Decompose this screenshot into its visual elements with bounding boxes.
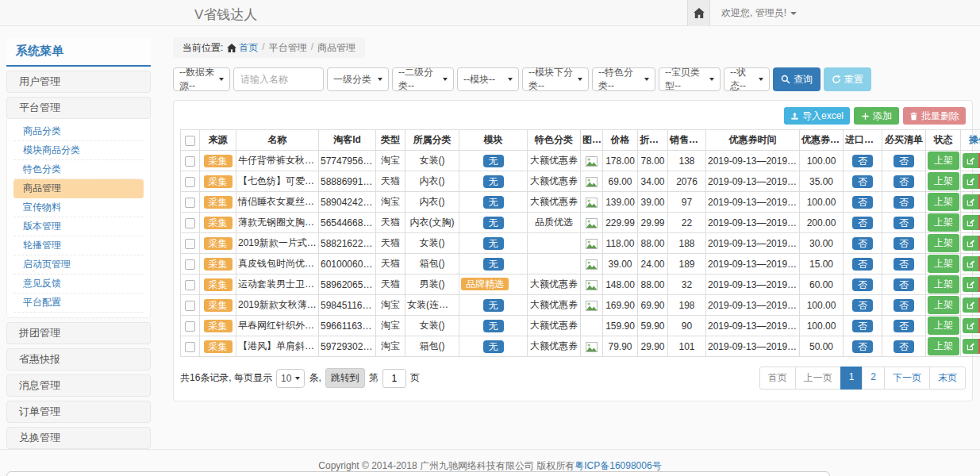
sidebar-item-5[interactable]: 订单管理 bbox=[6, 401, 151, 423]
status-button[interactable]: 上架 bbox=[928, 317, 959, 335]
page-link-3[interactable]: 2 bbox=[862, 367, 885, 390]
must-buy-badge[interactable]: 否 bbox=[894, 299, 914, 312]
name-search-input[interactable] bbox=[233, 67, 324, 91]
jump-to-button[interactable]: 跳转到 bbox=[325, 368, 365, 388]
sidebar-subitem-4[interactable]: 宣传物料 bbox=[13, 198, 144, 217]
filter-select-1[interactable]: 一级分类 bbox=[327, 67, 389, 91]
must-buy-badge[interactable]: 否 bbox=[894, 217, 914, 229]
edit-button[interactable] bbox=[963, 318, 978, 333]
row-checkbox[interactable] bbox=[185, 156, 195, 167]
filter-select-3[interactable]: --模块-- bbox=[457, 67, 519, 91]
status-button[interactable]: 上架 bbox=[928, 172, 959, 190]
product-name: 真皮钱包时尚优雅女士... bbox=[236, 254, 319, 274]
sidebar-item-3[interactable]: 省惠快报 bbox=[6, 348, 151, 370]
select-all-checkbox[interactable] bbox=[185, 136, 195, 146]
filter-select-2[interactable]: --二级分类-- bbox=[392, 67, 454, 91]
row-checkbox[interactable] bbox=[185, 321, 195, 332]
must-buy-badge[interactable]: 否 bbox=[894, 320, 914, 332]
search-button[interactable]: 查询 bbox=[773, 67, 821, 91]
filter-select-4[interactable]: --模块下分类-- bbox=[522, 67, 589, 91]
edit-button[interactable] bbox=[963, 339, 978, 354]
import-select-badge[interactable]: 否 bbox=[852, 237, 873, 250]
status-button[interactable]: 上架 bbox=[928, 296, 959, 314]
row-checkbox[interactable] bbox=[185, 342, 195, 352]
edit-button[interactable] bbox=[963, 298, 978, 313]
sidebar-subitem-2[interactable]: 特色分类 bbox=[13, 160, 144, 179]
must-buy-badge[interactable]: 否 bbox=[894, 278, 914, 291]
must-buy-badge[interactable]: 否 bbox=[894, 258, 914, 271]
row-checkbox[interactable] bbox=[185, 177, 195, 187]
import-select-badge[interactable]: 否 bbox=[852, 278, 873, 291]
row-checkbox[interactable] bbox=[185, 198, 195, 208]
import-select-badge[interactable]: 否 bbox=[852, 299, 873, 312]
feature-category: 大额优惠券 bbox=[528, 274, 581, 295]
import-select-badge[interactable]: 否 bbox=[852, 155, 873, 167]
add-button[interactable]: 添加 bbox=[854, 107, 899, 125]
edit-button[interactable] bbox=[963, 256, 978, 271]
must-buy-badge[interactable]: 否 bbox=[894, 175, 914, 188]
home-button[interactable] bbox=[687, 0, 710, 26]
sidebar-item-6[interactable]: 兑换管理 bbox=[6, 427, 151, 449]
filter-select-6[interactable]: --宝贝类型-- bbox=[659, 67, 721, 91]
page-link-2[interactable]: 1 bbox=[840, 367, 863, 390]
horizontal-scrollbar[interactable] bbox=[6, 471, 830, 476]
sidebar-item-2[interactable]: 拼团管理 bbox=[6, 322, 151, 344]
sidebar-subitem-0[interactable]: 商品分类 bbox=[13, 122, 144, 141]
breadcrumb-home-link[interactable]: 首页 bbox=[227, 41, 258, 55]
page-link-1[interactable]: 上一页 bbox=[795, 367, 841, 390]
sidebar-subitem-6[interactable]: 轮播管理 bbox=[13, 236, 144, 255]
status-button[interactable]: 上架 bbox=[928, 193, 959, 211]
page-number-input[interactable] bbox=[382, 369, 406, 388]
import-excel-button[interactable]: 导入excel bbox=[784, 107, 850, 125]
filter-select-7[interactable]: --状态-- bbox=[724, 67, 770, 91]
status-button[interactable]: 上架 bbox=[928, 213, 959, 232]
column-header-15: 状态 bbox=[926, 130, 961, 151]
import-select-badge[interactable]: 否 bbox=[852, 217, 873, 229]
row-checkbox[interactable] bbox=[185, 239, 195, 249]
import-select-badge[interactable]: 否 bbox=[852, 258, 873, 271]
sidebar-subitem-9[interactable]: 平台配置 bbox=[13, 294, 144, 313]
batch-delete-button[interactable]: 批量删除 bbox=[903, 107, 966, 125]
row-checkbox[interactable] bbox=[185, 301, 195, 311]
must-buy-badge[interactable]: 否 bbox=[894, 155, 914, 167]
edit-button[interactable] bbox=[963, 153, 978, 168]
page-link-5[interactable]: 末页 bbox=[929, 367, 966, 390]
page-link-4[interactable]: 下一页 bbox=[884, 367, 930, 390]
sidebar-item-1[interactable]: 平台管理 bbox=[6, 97, 151, 119]
sidebar-subitem-5[interactable]: 版本管理 bbox=[13, 217, 144, 236]
status-button[interactable]: 上架 bbox=[928, 337, 959, 355]
must-buy-badge[interactable]: 否 bbox=[894, 237, 914, 250]
edit-button[interactable] bbox=[963, 236, 978, 251]
row-checkbox[interactable] bbox=[185, 259, 195, 270]
filter-select-0[interactable]: --数据来源-- bbox=[173, 67, 230, 91]
reset-button[interactable]: 重置 bbox=[824, 67, 871, 91]
icp-link[interactable]: 粤ICP备16098006号 bbox=[575, 460, 661, 471]
sidebar-subitem-3[interactable]: 商品管理 bbox=[13, 179, 144, 198]
status-button[interactable]: 上架 bbox=[928, 234, 959, 252]
filter-select-5[interactable]: --特色分类-- bbox=[592, 67, 655, 91]
edit-button[interactable] bbox=[963, 194, 978, 209]
row-checkbox[interactable] bbox=[185, 280, 195, 290]
sidebar-subitem-8[interactable]: 意见反馈 bbox=[13, 274, 144, 294]
import-select-badge[interactable]: 否 bbox=[852, 320, 873, 332]
page-link-0[interactable]: 首页 bbox=[759, 367, 796, 390]
sidebar-subitem-1[interactable]: 模块商品分类 bbox=[13, 141, 144, 160]
sidebar-item-0[interactable]: 用户管理 bbox=[6, 71, 151, 93]
import-select-badge[interactable]: 否 bbox=[852, 196, 873, 209]
must-buy-badge[interactable]: 否 bbox=[894, 340, 914, 353]
import-select-badge[interactable]: 否 bbox=[852, 340, 873, 353]
edit-button[interactable] bbox=[963, 277, 978, 292]
edit-button[interactable] bbox=[963, 174, 978, 189]
module-badge: 无 bbox=[483, 175, 504, 188]
per-page-select[interactable]: 10 bbox=[276, 369, 305, 388]
status-button[interactable]: 上架 bbox=[928, 152, 959, 170]
user-menu[interactable]: 欢迎您, 管理员! bbox=[721, 6, 797, 20]
sidebar-subitem-7[interactable]: 启动页管理 bbox=[13, 255, 144, 274]
edit-button[interactable] bbox=[963, 215, 978, 230]
row-checkbox[interactable] bbox=[185, 218, 195, 228]
status-button[interactable]: 上架 bbox=[928, 255, 959, 273]
must-buy-badge[interactable]: 否 bbox=[894, 196, 914, 209]
sidebar-item-4[interactable]: 消息管理 bbox=[6, 374, 151, 397]
import-select-badge[interactable]: 否 bbox=[852, 175, 873, 188]
status-button[interactable]: 上架 bbox=[928, 275, 959, 294]
